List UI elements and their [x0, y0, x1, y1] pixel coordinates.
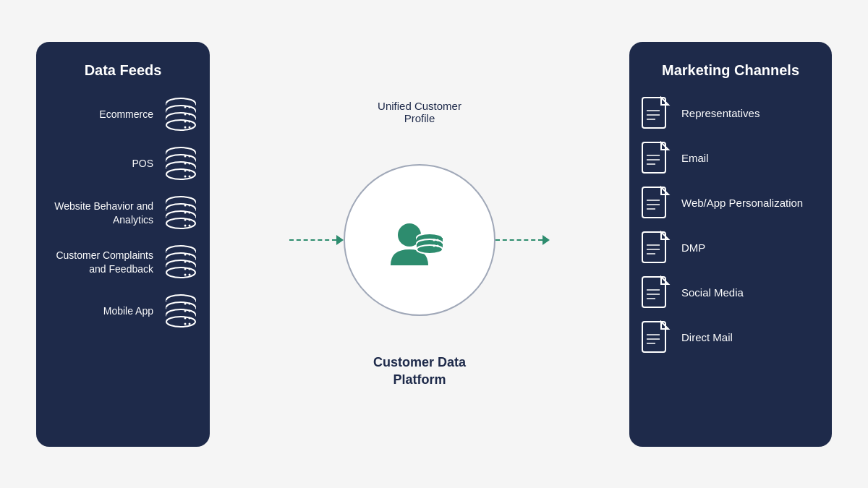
- channel-item-email: Email: [641, 141, 820, 176]
- unified-profile-circle: [344, 164, 495, 316]
- feed-item-mobile: Mobile App: [48, 293, 198, 330]
- svg-point-25: [189, 162, 191, 164]
- channel-label-directmail: Direct Mail: [681, 330, 733, 345]
- dashed-line-left: [289, 239, 336, 241]
- svg-point-8: [189, 106, 191, 108]
- channel-item-social: Social Media: [641, 275, 820, 310]
- svg-point-53: [189, 253, 191, 255]
- svg-point-9: [184, 113, 187, 115]
- svg-point-22: [184, 155, 187, 157]
- svg-point-82: [437, 239, 439, 241]
- database-icon-mobile: [163, 293, 198, 330]
- svg-point-71: [184, 317, 187, 319]
- svg-point-42: [189, 218, 191, 221]
- left-arrow: [289, 235, 344, 245]
- document-icon-directmail: [641, 320, 671, 355]
- channel-item-webapp: Web/App Personalization: [641, 186, 820, 221]
- svg-point-44: [189, 224, 191, 226]
- channel-item-dmp: DMP: [641, 231, 820, 265]
- feed-item-complaints: Customer Complaints and Feedback: [48, 244, 198, 281]
- document-icon-representatives: [641, 96, 671, 131]
- bottom-label: Customer Data Platform: [373, 354, 466, 388]
- channel-item-directmail: Direct Mail: [641, 320, 820, 355]
- arrow-head-right: [542, 235, 550, 245]
- svg-point-73: [184, 322, 187, 325]
- document-icon-email: [641, 141, 671, 176]
- svg-point-10: [189, 113, 191, 115]
- channel-item-representatives: Representatives: [641, 96, 820, 131]
- svg-point-28: [184, 175, 187, 177]
- channel-label-webapp: Web/App Personalization: [681, 196, 803, 210]
- document-icon-webapp: [641, 186, 671, 221]
- left-panel: Data Feeds Ecommerce: [36, 42, 210, 447]
- document-icon-social: [641, 275, 671, 310]
- channel-label-social: Social Media: [681, 286, 744, 300]
- svg-point-81: [433, 239, 435, 241]
- feed-label-mobile: Mobile App: [48, 304, 153, 317]
- svg-point-68: [189, 302, 191, 304]
- svg-point-7: [184, 106, 187, 108]
- svg-rect-91: [642, 142, 665, 173]
- svg-point-67: [184, 302, 187, 304]
- svg-point-74: [189, 322, 191, 325]
- feed-item-ecommerce: Ecommerce: [48, 96, 198, 134]
- svg-point-72: [189, 317, 191, 319]
- svg-point-14: [189, 126, 191, 128]
- svg-point-41: [184, 218, 187, 221]
- svg-rect-115: [642, 322, 665, 352]
- svg-point-39: [184, 211, 187, 213]
- svg-point-55: [189, 260, 191, 262]
- center-section: Unified Customer Profile: [210, 100, 629, 388]
- feed-item-pos: POS: [48, 145, 198, 183]
- channel-label-dmp: DMP: [681, 241, 705, 255]
- svg-point-12: [189, 120, 191, 122]
- feed-label-complaints: Customer Complaints and Feedback: [48, 249, 153, 275]
- arrow-head-left: [336, 235, 344, 245]
- svg-point-54: [184, 260, 187, 262]
- feed-item-website: Website Behavior and Analytics: [48, 194, 198, 232]
- left-panel-title: Data Feeds: [85, 62, 162, 79]
- diagram-container: Data Feeds Ecommerce: [36, 20, 832, 468]
- right-panel: Marketing Channels Representatives: [629, 42, 832, 447]
- database-icon-ecommerce: [163, 96, 198, 134]
- svg-rect-97: [642, 187, 665, 218]
- right-arrow: [495, 235, 550, 245]
- svg-point-37: [184, 204, 187, 206]
- svg-point-83: [433, 245, 435, 247]
- svg-point-27: [189, 169, 191, 171]
- right-panel-title: Marketing Channels: [662, 62, 799, 79]
- database-icon-pos: [163, 145, 198, 183]
- svg-point-43: [184, 224, 187, 226]
- svg-rect-109: [642, 277, 665, 307]
- svg-point-40: [189, 211, 191, 213]
- database-icon-website: [163, 194, 198, 232]
- channel-label-representatives: Representatives: [681, 106, 760, 121]
- circle-label: Unified Customer Profile: [378, 100, 461, 124]
- svg-point-84: [437, 245, 439, 247]
- svg-point-26: [184, 169, 187, 171]
- svg-point-29: [189, 175, 191, 177]
- svg-point-69: [184, 309, 187, 312]
- dashed-line-right: [495, 239, 542, 241]
- svg-point-13: [184, 126, 187, 128]
- svg-point-70: [189, 309, 191, 312]
- feed-label-ecommerce: Ecommerce: [48, 108, 153, 121]
- svg-point-58: [184, 273, 187, 275]
- svg-point-38: [189, 204, 191, 206]
- svg-rect-85: [642, 98, 665, 128]
- person-db-icon: [383, 200, 456, 280]
- feed-label-website: Website Behavior and Analytics: [48, 200, 153, 226]
- svg-point-23: [189, 155, 191, 157]
- svg-point-57: [189, 267, 191, 270]
- center-circle-wrapper: [289, 132, 550, 348]
- channel-label-email: Email: [681, 151, 709, 166]
- svg-point-80: [417, 245, 443, 254]
- svg-point-52: [184, 253, 187, 255]
- svg-point-11: [184, 120, 187, 122]
- feed-label-pos: POS: [48, 157, 153, 170]
- svg-point-24: [184, 162, 187, 164]
- document-icon-dmp: [641, 231, 671, 265]
- svg-point-59: [189, 273, 191, 275]
- database-icon-complaints: [163, 244, 198, 281]
- svg-point-56: [184, 267, 187, 270]
